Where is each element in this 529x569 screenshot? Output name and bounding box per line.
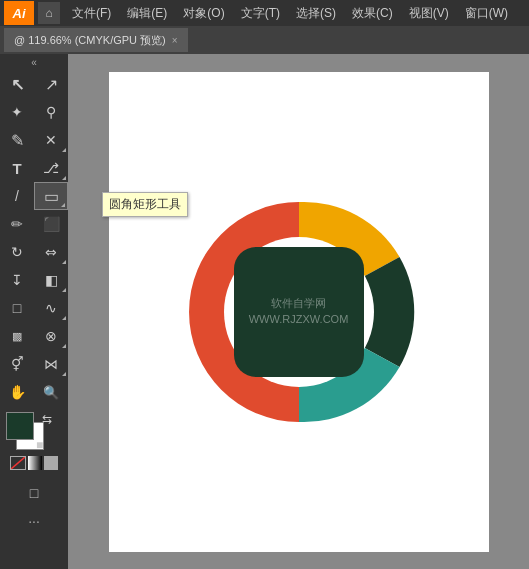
tool-width[interactable]: ∿ bbox=[34, 294, 68, 322]
menu-edit[interactable]: 编辑(E) bbox=[119, 0, 175, 26]
reset-colors-icon[interactable]: ■ bbox=[36, 438, 60, 452]
toolbar-more-button[interactable]: ... bbox=[28, 506, 40, 530]
svg-line-0 bbox=[11, 457, 25, 469]
tool-row-7: ↻ ⇔ bbox=[0, 238, 68, 266]
tool-lasso[interactable]: ⚲ bbox=[34, 98, 68, 126]
color-mode-gradient[interactable] bbox=[28, 456, 42, 470]
tool-tooltip: 圆角矩形工具 bbox=[102, 192, 188, 217]
tab-bar: @ 119.66% (CMYK/GPU 预览) × bbox=[0, 26, 529, 54]
tool-row-10: ▩ ⊗ bbox=[0, 322, 68, 350]
menu-file[interactable]: 文件(F) bbox=[64, 0, 119, 26]
tool-graph[interactable]: ▩ bbox=[0, 322, 34, 350]
no-color-button[interactable] bbox=[10, 456, 26, 470]
home-button[interactable]: ⌂ bbox=[38, 2, 60, 24]
app-logo: Ai bbox=[4, 1, 34, 25]
color-modes bbox=[6, 454, 62, 472]
tab-label: @ 119.66% (CMYK/GPU 预览) bbox=[14, 33, 166, 48]
tool-magic-wand[interactable]: ✦ bbox=[0, 98, 34, 126]
title-bar: Ai ⌂ 文件(F) 编辑(E) 对象(O) 文字(T) 选择(S) 效果(C)… bbox=[0, 0, 529, 26]
toolbar: « ↖ ↗ ✦ ⚲ ✎ ✕ T ⎇ / ▭ ✏ ⬛ ↻ ⇔ bbox=[0, 54, 68, 569]
tool-row-2: ✦ ⚲ bbox=[0, 98, 68, 126]
tool-pen-sub[interactable]: ✕ bbox=[34, 126, 68, 154]
main-area: « ↖ ↗ ✦ ⚲ ✎ ✕ T ⎇ / ▭ ✏ ⬛ ↻ ⇔ bbox=[0, 54, 529, 569]
tab-close-button[interactable]: × bbox=[172, 35, 178, 46]
tool-zoom[interactable]: 🔍 bbox=[34, 378, 68, 406]
tool-row-11: ⚥ ⋈ bbox=[0, 350, 68, 378]
tool-hand[interactable]: ✋ bbox=[0, 378, 34, 406]
tool-pen[interactable]: ✎ bbox=[0, 126, 34, 154]
menu-window[interactable]: 窗口(W) bbox=[457, 0, 516, 26]
color-mode-none[interactable] bbox=[44, 456, 58, 470]
tool-rotate[interactable]: ↻ bbox=[0, 238, 34, 266]
menu-select[interactable]: 选择(S) bbox=[288, 0, 344, 26]
menu-object[interactable]: 对象(O) bbox=[175, 0, 232, 26]
tool-paintbrush[interactable]: ✏ bbox=[0, 210, 34, 238]
tool-shear[interactable]: ◧ bbox=[34, 266, 68, 294]
tool-text[interactable]: T bbox=[0, 154, 34, 182]
tool-blob-brush[interactable]: ⬛ bbox=[34, 210, 68, 238]
menu-bar: 文件(F) 编辑(E) 对象(O) 文字(T) 选择(S) 效果(C) 视图(V… bbox=[64, 0, 525, 26]
menu-text[interactable]: 文字(T) bbox=[233, 0, 288, 26]
tool-row-8: ↧ ◧ bbox=[0, 266, 68, 294]
tool-warp[interactable]: □ bbox=[0, 294, 34, 322]
donut-inner-rect: 软件自学网 WWW.RJZXW.COM bbox=[234, 247, 364, 377]
tool-line[interactable]: / bbox=[0, 182, 34, 210]
tool-select[interactable]: ↖ bbox=[0, 70, 34, 98]
swap-colors-icon[interactable]: ⇆ bbox=[42, 412, 52, 426]
menu-view[interactable]: 视图(V) bbox=[401, 0, 457, 26]
menu-effect[interactable]: 效果(C) bbox=[344, 0, 401, 26]
tool-row-9: □ ∿ bbox=[0, 294, 68, 322]
tool-row-4: T ⎇ bbox=[0, 154, 68, 182]
tool-row-5: / ▭ bbox=[0, 182, 68, 210]
tool-rect[interactable]: ▭ bbox=[34, 182, 68, 210]
color-swatches: ⇆ ■ bbox=[6, 412, 60, 452]
tool-row-12: ✋ 🔍 bbox=[0, 378, 68, 406]
tool-text-sub[interactable]: ⎇ bbox=[34, 154, 68, 182]
canvas-area[interactable]: 圆角矩形工具 软件自学网 bbox=[68, 54, 529, 569]
watermark-text: 软件自学网 WWW.RJZXW.COM bbox=[249, 296, 349, 327]
tool-row-6: ✏ ⬛ bbox=[0, 210, 68, 238]
tool-symbol[interactable]: ⊗ bbox=[34, 322, 68, 350]
tool-direct-select[interactable]: ↗ bbox=[34, 70, 68, 98]
tool-blend[interactable]: ⋈ bbox=[34, 350, 68, 378]
foreground-color-swatch[interactable] bbox=[6, 412, 34, 440]
document-tab[interactable]: @ 119.66% (CMYK/GPU 预览) × bbox=[4, 28, 188, 52]
tool-reflect[interactable]: ⇔ bbox=[34, 238, 68, 266]
toolbar-bottom-extras: □ ... bbox=[0, 478, 68, 534]
tool-row-3: ✎ ✕ bbox=[0, 126, 68, 154]
tool-scale[interactable]: ↧ bbox=[0, 266, 34, 294]
tool-eyedropper[interactable]: ⚥ bbox=[0, 350, 34, 378]
change-screen-mode-button[interactable]: □ bbox=[20, 482, 48, 504]
artboard: 软件自学网 WWW.RJZXW.COM bbox=[109, 72, 489, 552]
color-area: ⇆ ■ bbox=[0, 406, 68, 478]
tool-row-1: ↖ ↗ bbox=[0, 70, 68, 98]
donut-chart: 软件自学网 WWW.RJZXW.COM bbox=[179, 192, 419, 432]
toolbar-expand-button[interactable]: « bbox=[0, 54, 68, 70]
